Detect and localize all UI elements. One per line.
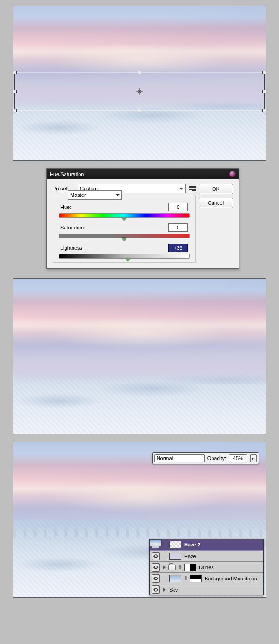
handle-top-right[interactable]	[262, 71, 266, 74]
opacity-input[interactable]: 45%	[229, 454, 247, 462]
close-icon[interactable]	[229, 171, 236, 177]
opacity-label: Opacity:	[207, 455, 226, 461]
handle-top-mid[interactable]	[138, 71, 141, 74]
lightness-slider[interactable]	[59, 254, 190, 259]
ok-button[interactable]: OK	[199, 184, 233, 194]
channel-value: Master	[70, 192, 86, 198]
chevron-right-icon	[252, 457, 256, 461]
chevron-right-icon	[163, 588, 166, 592]
link-icon: 𝟠	[178, 564, 182, 571]
hue-saturation-dialog: Hue/Saturation Preset: Custom Master	[46, 168, 239, 269]
slider-thumb-icon[interactable]	[126, 258, 130, 261]
saturation-input[interactable]: 0	[168, 223, 188, 232]
layer-thumb	[150, 539, 162, 546]
folder-icon	[168, 565, 176, 570]
hue-slider[interactable]	[59, 213, 190, 218]
visibility-toggle[interactable]	[152, 552, 160, 560]
mountains-region	[13, 526, 266, 537]
handle-mid-right[interactable]	[262, 90, 266, 93]
lightness-label: Lightness:	[60, 245, 84, 251]
blend-mode-value: Normal	[157, 455, 173, 461]
disclosure-toggle[interactable]	[162, 588, 166, 592]
eye-icon	[153, 553, 159, 559]
disclosure-toggle[interactable]	[162, 566, 166, 569]
layer-row-dunes[interactable]: 𝟠 Dunes	[150, 561, 263, 572]
layer-row-sky[interactable]: Sky	[150, 584, 263, 595]
handle-top-left[interactable]	[13, 71, 17, 74]
channel-select[interactable]: Master	[68, 190, 122, 200]
layer-name[interactable]: Dunes	[198, 565, 261, 570]
visibility-toggle[interactable]	[152, 574, 160, 583]
sky-region	[13, 279, 266, 356]
transform-center-icon[interactable]	[136, 88, 143, 95]
layer-name[interactable]: Haze	[183, 553, 261, 559]
layer-thumb	[169, 575, 181, 582]
handle-bot-left[interactable]	[13, 109, 17, 112]
layer-name[interactable]: Sky	[168, 587, 261, 592]
canvas-preview-1	[13, 5, 266, 161]
eye-icon	[153, 587, 159, 592]
dialog-title: Hue/Saturation	[50, 171, 84, 177]
layer-row-haze-2[interactable]: Haze 2	[150, 539, 263, 550]
handle-bot-right[interactable]	[262, 109, 266, 112]
handle-mid-left[interactable]	[13, 90, 17, 93]
haze-band	[13, 347, 266, 384]
saturation-slider[interactable]	[59, 234, 190, 238]
layer-name[interactable]: Haze 2	[183, 542, 261, 547]
layer-name[interactable]: Background Mountains	[204, 576, 261, 581]
layer-mask-thumb[interactable]	[184, 564, 196, 571]
lightness-input[interactable]: +36	[168, 244, 188, 252]
layer-thumb	[169, 541, 181, 548]
hue-label: Hue:	[60, 204, 71, 210]
chevron-down-icon	[116, 194, 120, 196]
visibility-toggle[interactable]	[152, 585, 160, 594]
canvas-preview-3: Normal Opacity: 45% Haze 2	[13, 442, 266, 598]
layer-mask-thumb[interactable]	[190, 575, 202, 582]
layer-row-background-mountains[interactable]: 𝟠 Background Mountains	[150, 572, 263, 584]
saturation-label: Saturation:	[60, 225, 85, 230]
chevron-down-icon	[179, 188, 183, 190]
layers-panel: Haze 2 Haze 𝟠 Dunes	[149, 539, 264, 595]
slider-thumb-icon[interactable]	[122, 238, 126, 241]
hue-input[interactable]: 0	[168, 203, 188, 211]
blend-opacity-bar: Normal Opacity: 45%	[152, 452, 259, 464]
blend-mode-select[interactable]: Normal	[154, 454, 205, 462]
slider-thumb-icon[interactable]	[122, 217, 126, 221]
layer-thumb	[169, 553, 181, 560]
layer-row-haze[interactable]: Haze	[150, 550, 263, 561]
link-icon: 𝟠	[183, 575, 188, 582]
opacity-flyout-button[interactable]	[250, 454, 257, 462]
dialog-titlebar[interactable]: Hue/Saturation	[47, 169, 239, 179]
eye-icon	[153, 565, 159, 570]
chevron-right-icon	[163, 566, 166, 569]
eye-icon	[153, 576, 159, 581]
cancel-button[interactable]: Cancel	[199, 198, 233, 208]
canvas-preview-2	[13, 278, 266, 434]
handle-bot-mid[interactable]	[138, 109, 141, 112]
preset-menu-icon[interactable]	[188, 185, 196, 192]
visibility-toggle[interactable]	[152, 563, 160, 572]
transform-selection[interactable]	[14, 72, 265, 111]
